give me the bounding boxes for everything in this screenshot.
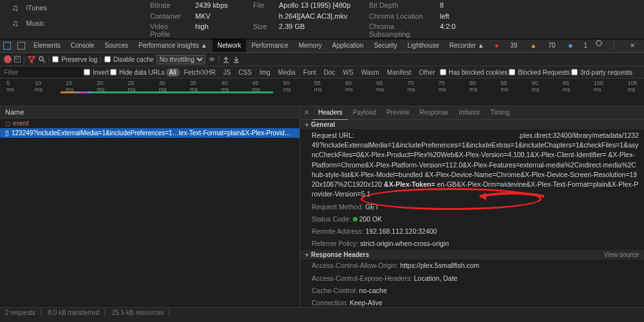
network-timeline[interactable]: 5 ms10 ms15 ms20 ms25 ms30 ms35 ms40 ms4… — [0, 79, 644, 106]
timeline-segment — [75, 91, 80, 93]
issue-badges[interactable]: ●39 ▲70 ■1 ⋮ ✕ — [489, 39, 644, 52]
media-metadata: Bitrate 2439 kbps File Apollo 13 (1995) … — [150, 0, 478, 39]
meta-key: File — [253, 1, 272, 10]
music-note-icon: ♫ — [12, 18, 19, 28]
devtools-tab[interactable]: Network — [213, 39, 247, 52]
tick: 65 ms — [376, 80, 390, 93]
upload-icon[interactable] — [222, 55, 230, 63]
filter-icon[interactable] — [28, 55, 35, 63]
devtools-tabs: ElementsConsoleSourcesPerformance insigh… — [0, 39, 644, 53]
view-source-link[interactable]: View source — [604, 251, 639, 258]
close-icon[interactable]: ✕ — [625, 39, 640, 52]
devtools-tab[interactable]: Recorder ▲ — [444, 39, 489, 52]
tick: 85 ms — [500, 80, 514, 93]
tick: 60 ms — [345, 80, 359, 93]
request-row-selected[interactable]: ▯123249?includeExternalMedia=1&includePr… — [0, 128, 299, 138]
tick: 105 ms — [627, 80, 644, 93]
meta-key: Video Profile — [150, 23, 189, 39]
tick: 50 ms — [283, 80, 297, 93]
devtools-tab[interactable]: Console — [66, 39, 100, 52]
music-note-icon: ♫ — [12, 3, 19, 13]
device-icon[interactable] — [17, 42, 25, 50]
label: Invert — [93, 69, 109, 76]
record-icon[interactable] — [4, 55, 12, 63]
details-tab[interactable]: Timing — [485, 106, 515, 119]
meta-key — [253, 12, 272, 21]
type-filter-pill[interactable]: JS — [220, 68, 234, 77]
label: Hide data URLs — [119, 69, 165, 76]
meta-key: Chroma Subsampling — [369, 23, 433, 39]
meta-value: 2.39 GB — [279, 23, 363, 39]
meta-key: Bitrate — [150, 1, 189, 10]
tick: 70 ms — [408, 80, 421, 93]
type-filter-pill[interactable]: WS — [340, 68, 357, 77]
devtools-tab[interactable]: Performance — [246, 39, 293, 52]
type-filter-pill[interactable]: Media — [275, 68, 299, 77]
devtools-tab[interactable]: Elements — [28, 39, 66, 52]
type-filter-pill[interactable]: CSS — [235, 68, 255, 77]
inspect-icon[interactable] — [3, 42, 11, 50]
svg-point-1 — [39, 57, 43, 61]
wifi-icon[interactable] — [208, 55, 216, 63]
devtools-tab[interactable]: Lighthouse — [402, 39, 444, 52]
request-row-event[interactable]: ◻event — [0, 118, 299, 128]
type-filter-pill[interactable]: All — [166, 68, 180, 77]
request-list: Name ◻event ▯123249?includeExternalMedia… — [0, 106, 300, 322]
tick: 95 ms — [563, 80, 576, 93]
blocked-cookies-checkbox[interactable]: Has blocked cookies — [440, 69, 508, 76]
thirdparty-checkbox[interactable]: 3rd-party requests — [571, 69, 632, 76]
clear-icon[interactable]: ⊘ — [14, 56, 21, 62]
devtools-tab[interactable]: Memory — [294, 39, 327, 52]
meta-key: Bit Depth — [369, 1, 433, 10]
tick: 35 ms — [190, 80, 204, 93]
details-tab[interactable]: Payload — [348, 106, 381, 119]
invert-checkbox[interactable]: Invert — [84, 69, 109, 76]
tick: 30 ms — [159, 80, 173, 93]
response-headers-section[interactable]: ▾Response HeadersView source — [300, 250, 644, 260]
preserve-log-checkbox[interactable]: Preserve log — [52, 56, 97, 63]
sidebar-item-itunes[interactable]: ♫ iTunes — [12, 0, 150, 15]
sidebar-label: Music — [26, 19, 45, 27]
sidebar-item-music[interactable]: ♫ Music — [12, 15, 150, 31]
search-icon[interactable] — [38, 55, 46, 63]
meta-value: left — [440, 12, 478, 21]
meta-key: Chroma Location — [369, 12, 433, 21]
tick: 80 ms — [469, 80, 483, 93]
details-tab[interactable]: Preview — [381, 106, 415, 119]
general-section-header[interactable]: ▾General — [300, 120, 644, 129]
type-filter-pill[interactable]: Other — [415, 68, 438, 77]
devtools-tab[interactable]: Application — [327, 39, 369, 52]
hide-dataurls-checkbox[interactable]: Hide data URLs — [110, 69, 165, 76]
type-filter-pill[interactable]: Fetch/XHR — [181, 68, 219, 77]
info-count: 1 — [578, 39, 592, 52]
disable-cache-checkbox[interactable]: Disable cache — [104, 56, 154, 63]
request-details: ✕ HeadersPayloadPreviewResponseInitiator… — [300, 106, 644, 322]
meta-value: high — [195, 23, 247, 39]
kebab-icon[interactable]: ⋮ — [605, 39, 622, 52]
type-filter-pill[interactable]: Font — [300, 68, 319, 77]
details-tab[interactable]: Headers — [313, 106, 348, 120]
devtools-tab[interactable]: Security — [369, 39, 402, 52]
filter-input[interactable] — [1, 67, 82, 77]
tick: 15 ms — [66, 80, 79, 93]
type-filter-pill[interactable]: Wasm — [358, 68, 383, 77]
type-filter-pill[interactable]: Manifest — [384, 68, 415, 77]
throttling-select[interactable]: No throttling — [156, 55, 205, 64]
gear-icon[interactable] — [595, 39, 603, 47]
type-filter-pill[interactable]: Doc — [321, 68, 339, 77]
details-tab[interactable]: Response — [415, 106, 454, 119]
label: Disable cache — [113, 56, 154, 63]
blocked-requests-checkbox[interactable]: Blocked Requests — [509, 69, 570, 76]
label: Preserve log — [61, 56, 97, 63]
devtools-tab[interactable]: Performance insights ▲ — [133, 39, 213, 52]
meta-key: Size — [253, 23, 272, 39]
details-tab[interactable]: Initiator — [454, 106, 486, 119]
meta-value: Apollo 13 (1995) [480p — [279, 1, 363, 10]
download-icon[interactable] — [232, 55, 240, 63]
type-filter-pill[interactable]: Img — [256, 68, 274, 77]
tick: 20 ms — [97, 80, 110, 93]
name-column-header[interactable]: Name — [0, 106, 299, 118]
close-details-icon[interactable]: ✕ — [300, 106, 313, 119]
tick: 40 ms — [221, 80, 234, 93]
devtools-tab[interactable]: Sources — [99, 39, 133, 52]
